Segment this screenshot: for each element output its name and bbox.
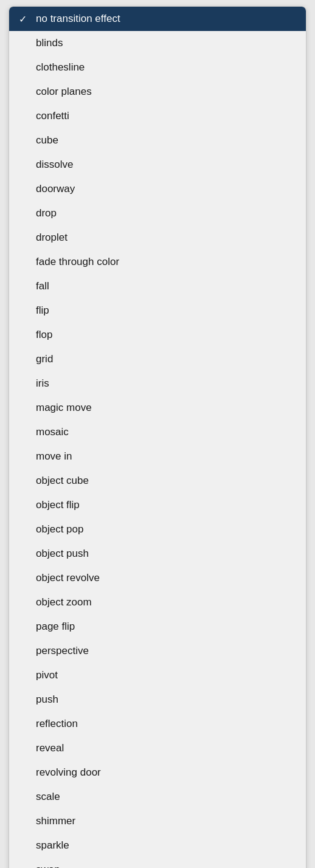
list-item-clothesline[interactable]: clothesline	[9, 55, 306, 80]
list-item-object-flip[interactable]: object flip	[9, 493, 306, 517]
item-label: page flip	[36, 621, 296, 633]
list-item-object-pop[interactable]: object pop	[9, 517, 306, 542]
item-label: mosaic	[36, 426, 296, 438]
list-item-page-flip[interactable]: page flip	[9, 615, 306, 639]
item-label: reflection	[36, 718, 296, 730]
item-label: move in	[36, 450, 296, 463]
item-label: flip	[36, 305, 296, 317]
list-item-color-planes[interactable]: color planes	[9, 80, 306, 104]
item-label: object cube	[36, 475, 296, 487]
list-item-iris[interactable]: iris	[9, 371, 306, 396]
item-label: object push	[36, 548, 296, 560]
list-item-blinds[interactable]: blinds	[9, 31, 306, 55]
list-item-object-zoom[interactable]: object zoom	[9, 590, 306, 615]
list-item-dissolve[interactable]: dissolve	[9, 153, 306, 177]
item-label: object revolve	[36, 572, 296, 584]
item-label: blinds	[36, 37, 296, 49]
list-item-confetti[interactable]: confetti	[9, 104, 306, 128]
item-label: sparkle	[36, 839, 296, 852]
item-label: clothesline	[36, 61, 296, 74]
item-label: fade through color	[36, 256, 296, 268]
checkmark-icon: ✓	[19, 13, 33, 25]
item-label: fall	[36, 280, 296, 292]
item-label: perspective	[36, 645, 296, 657]
item-label: pivot	[36, 669, 296, 681]
list-item-pivot[interactable]: pivot	[9, 663, 306, 687]
list-item-doorway[interactable]: doorway	[9, 177, 306, 201]
list-item-reflection[interactable]: reflection	[9, 712, 306, 736]
item-label: revolving door	[36, 766, 296, 779]
item-label: push	[36, 694, 296, 706]
item-label: confetti	[36, 110, 296, 122]
list-item-object-cube[interactable]: object cube	[9, 469, 306, 493]
item-label: magic move	[36, 402, 296, 414]
list-item-push[interactable]: push	[9, 687, 306, 712]
list-item-shimmer[interactable]: shimmer	[9, 809, 306, 833]
list-item-grid[interactable]: grid	[9, 347, 306, 371]
item-label: drop	[36, 207, 296, 219]
item-label: iris	[36, 377, 296, 390]
item-label: doorway	[36, 183, 296, 195]
list-item-cube[interactable]: cube	[9, 128, 306, 153]
list-item-magic-move[interactable]: magic move	[9, 396, 306, 420]
item-label: flop	[36, 329, 296, 341]
item-label: swap	[36, 864, 296, 868]
item-label: grid	[36, 353, 296, 365]
list-item-swap[interactable]: swap	[9, 858, 306, 868]
item-label: no transition effect	[36, 13, 296, 25]
list-item-fall[interactable]: fall	[9, 274, 306, 298]
item-label: droplet	[36, 232, 296, 244]
list-item-mosaic[interactable]: mosaic	[9, 420, 306, 444]
item-label: object flip	[36, 499, 296, 511]
list-item-object-revolve[interactable]: object revolve	[9, 566, 306, 590]
list-item-drop[interactable]: drop	[9, 201, 306, 226]
list-item-scale[interactable]: scale	[9, 785, 306, 809]
list-item-sparkle[interactable]: sparkle	[9, 833, 306, 858]
item-label: dissolve	[36, 159, 296, 171]
item-label: scale	[36, 791, 296, 803]
transition-effect-dropdown[interactable]: ✓no transition effectblindsclotheslineco…	[9, 6, 306, 868]
list-item-move-in[interactable]: move in	[9, 444, 306, 469]
item-label: color planes	[36, 86, 296, 98]
list-item-perspective[interactable]: perspective	[9, 639, 306, 663]
item-label: object pop	[36, 523, 296, 536]
list-item-object-push[interactable]: object push	[9, 542, 306, 566]
item-label: shimmer	[36, 815, 296, 827]
item-label: cube	[36, 134, 296, 146]
list-item-revolving-door[interactable]: revolving door	[9, 760, 306, 785]
list-item-fade-through-color[interactable]: fade through color	[9, 250, 306, 274]
list-item-reveal[interactable]: reveal	[9, 736, 306, 760]
item-label: object zoom	[36, 596, 296, 608]
list-item-no-transition-effect[interactable]: ✓no transition effect	[9, 7, 306, 31]
list-item-droplet[interactable]: droplet	[9, 226, 306, 250]
list-item-flip[interactable]: flip	[9, 298, 306, 323]
list-item-flop[interactable]: flop	[9, 323, 306, 347]
item-label: reveal	[36, 742, 296, 754]
